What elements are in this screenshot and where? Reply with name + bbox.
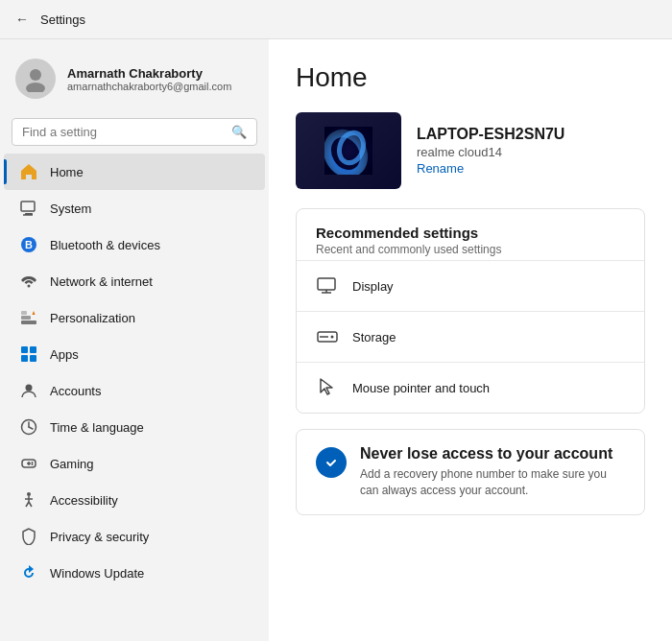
setting-label-mouse: Mouse pointer and touch — [352, 381, 490, 395]
device-model: realme cloud14 — [417, 145, 564, 159]
sidebar-item-label-accessibility: Accessibility — [50, 493, 118, 508]
security-card[interactable]: Never lose access to your account Add a … — [296, 429, 645, 515]
svg-line-19 — [29, 427, 33, 429]
security-shield-icon — [316, 447, 347, 478]
sidebar-item-personalization[interactable]: Personalization — [4, 299, 265, 336]
accounts-icon — [19, 381, 38, 400]
svg-rect-12 — [21, 346, 28, 353]
user-info: Amarnath Chakraborty amarnathchakraborty… — [67, 66, 231, 92]
setting-label-storage: Storage — [352, 330, 396, 344]
titlebar: ← Settings — [0, 0, 672, 39]
setting-item-storage[interactable]: Storage — [297, 311, 644, 362]
sidebar-item-accounts[interactable]: Accounts — [4, 372, 265, 409]
annotation-arrow — [260, 230, 269, 259]
sidebar-item-privacy[interactable]: Privacy & security — [4, 518, 265, 555]
home-icon — [19, 162, 38, 181]
sidebar-item-label-time: Time & language — [50, 420, 144, 435]
svg-point-8 — [28, 285, 31, 288]
personalization-icon — [19, 308, 38, 327]
time-icon — [19, 417, 38, 437]
device-rename-link[interactable]: Rename — [417, 161, 564, 176]
svg-rect-10 — [21, 316, 31, 320]
svg-point-0 — [30, 69, 41, 81]
back-button[interactable]: ← — [15, 12, 29, 27]
svg-rect-9 — [21, 320, 36, 324]
mouse-pointer-icon — [316, 376, 339, 399]
recommended-settings-subtitle: Recent and commonly used settings — [316, 243, 625, 256]
sidebar-item-accessibility[interactable]: Accessibility — [4, 482, 265, 518]
system-icon — [19, 199, 38, 218]
user-email: amarnathchakraborty6@gmail.com — [67, 81, 231, 92]
sidebar-item-update[interactable]: Windows Update — [4, 555, 265, 591]
apps-icon — [19, 344, 38, 364]
user-profile[interactable]: Amarnath Chakraborty amarnathchakraborty… — [0, 47, 269, 114]
sidebar-item-bluetooth[interactable]: B Bluetooth & devices — [4, 226, 265, 263]
titlebar-title: Settings — [40, 12, 85, 27]
network-icon — [19, 272, 38, 291]
privacy-icon — [19, 527, 38, 546]
sidebar-item-label-accounts: Accounts — [50, 384, 101, 398]
accessibility-icon — [19, 490, 38, 510]
sidebar-item-label-bluetooth: Bluetooth & devices — [50, 238, 160, 252]
svg-point-24 — [32, 463, 34, 465]
sidebar-item-label-apps: Apps — [50, 347, 79, 362]
storage-icon — [316, 325, 339, 348]
sidebar-item-label-personalization: Personalization — [50, 311, 135, 325]
device-card: LAPTOP-ESH2SN7U realme cloud14 Rename — [296, 112, 645, 189]
svg-rect-11 — [21, 311, 27, 315]
sidebar-item-label-update: Windows Update — [50, 566, 144, 581]
setting-item-display[interactable]: Display — [297, 260, 644, 311]
setting-item-mouse[interactable]: Mouse pointer and touch — [297, 362, 644, 413]
page-title: Home — [296, 62, 645, 93]
avatar — [15, 59, 56, 99]
update-icon — [19, 563, 38, 582]
sidebar-item-label-system: System — [50, 202, 91, 216]
recommended-settings-title: Recommended settings — [316, 225, 625, 241]
sidebar-item-network[interactable]: Network & internet — [4, 263, 265, 299]
search-icon: 🔍 — [231, 125, 247, 139]
svg-point-1 — [26, 83, 45, 92]
svg-line-28 — [26, 502, 29, 507]
security-content: Never lose access to your account Add a … — [360, 445, 625, 499]
sidebar: Amarnath Chakraborty amarnathchakraborty… — [0, 39, 269, 641]
sidebar-item-label-privacy: Privacy & security — [50, 530, 149, 544]
sidebar-item-system[interactable]: System — [4, 190, 265, 226]
sidebar-item-label-home: Home — [50, 165, 84, 179]
display-icon — [316, 274, 339, 297]
svg-point-16 — [26, 385, 33, 392]
app-container: Amarnath Chakraborty amarnathchakraborty… — [0, 39, 672, 641]
sidebar-item-label-gaming: Gaming — [50, 457, 94, 471]
svg-point-25 — [27, 492, 31, 496]
sidebar-item-apps[interactable]: Apps — [4, 336, 265, 372]
svg-line-29 — [29, 502, 32, 507]
svg-point-37 — [331, 336, 334, 339]
search-box[interactable]: 🔍 — [12, 118, 257, 146]
sidebar-item-label-network: Network & internet — [50, 274, 153, 289]
main-content: Home — [269, 39, 672, 641]
device-name: LAPTOP-ESH2SN7U — [417, 126, 564, 143]
sidebar-item-gaming[interactable]: Gaming — [4, 445, 265, 482]
svg-rect-2 — [21, 202, 35, 211]
device-info: LAPTOP-ESH2SN7U realme cloud14 Rename — [417, 126, 564, 176]
svg-rect-33 — [318, 278, 335, 290]
gaming-icon — [19, 454, 38, 473]
sidebar-item-home[interactable]: Home — [4, 154, 265, 190]
search-input[interactable] — [22, 125, 224, 139]
security-header: Never lose access to your account Add a … — [316, 445, 625, 499]
device-thumbnail — [296, 112, 401, 189]
sidebar-item-time[interactable]: Time & language — [4, 409, 265, 445]
recommended-settings-card: Recommended settings Recent and commonly… — [296, 208, 645, 414]
svg-point-23 — [32, 462, 34, 463]
recommended-settings-header: Recommended settings Recent and commonly… — [297, 209, 644, 260]
svg-rect-13 — [30, 346, 36, 353]
bluetooth-icon: B — [19, 235, 38, 254]
security-description: Add a recovery phone number to make sure… — [360, 466, 625, 499]
security-title: Never lose access to your account — [360, 445, 625, 463]
user-name: Amarnath Chakraborty — [67, 66, 231, 81]
svg-rect-15 — [30, 355, 36, 362]
setting-label-display: Display — [352, 279, 394, 294]
svg-rect-14 — [21, 355, 28, 362]
svg-text:B: B — [25, 239, 33, 250]
